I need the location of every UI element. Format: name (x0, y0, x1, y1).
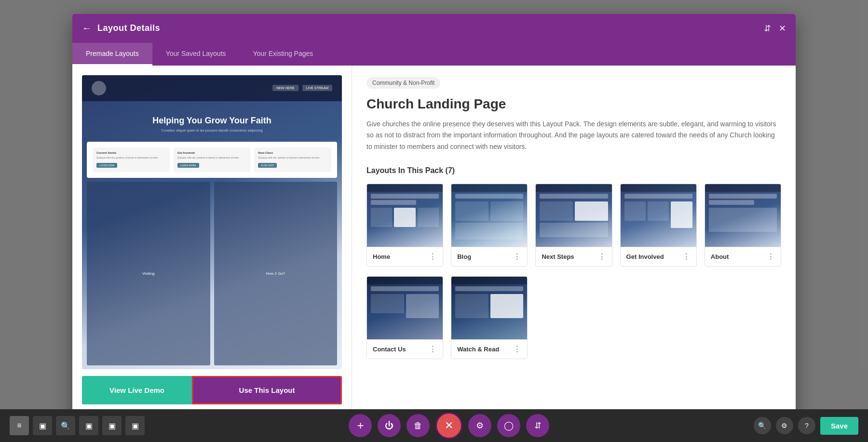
layout-details-modal: ← Layout Details ⇵ ✕ Premade Layouts You… (72, 14, 796, 429)
layout-title: Church Landing Page (366, 96, 781, 112)
layout-card-name-about: About (711, 253, 729, 260)
modal-tabs: Premade Layouts Your Saved Layouts Your … (72, 43, 796, 66)
toolbar-menu-icon[interactable]: ≡ (10, 416, 29, 435)
preview-bottom-section: Visiting How 2 Go? (87, 182, 337, 365)
preview-church-header: NEW HERE LIVE STREAM (82, 75, 342, 101)
preview-card-current-series: Current Series Quisque velit nisi, preti… (93, 147, 170, 172)
layout-card-name-nextsteps: Next Steps (542, 253, 574, 260)
toolbar-desktop-icon[interactable]: ▣ (79, 416, 98, 435)
layout-card-nextsteps[interactable]: Next Steps ⋮ (535, 184, 612, 267)
layout-thumb-watch (451, 277, 527, 339)
layout-card-name-getinvolved: Get Involved (626, 253, 664, 260)
toolbar-search-icon[interactable]: 🔍 (56, 416, 75, 435)
preview-card-next-class: Next Class Quisque velit nisi, pretium u… (254, 147, 331, 172)
layout-thumb-home (367, 184, 443, 247)
view-live-demo-button[interactable]: View Live Demo (82, 376, 192, 404)
layout-card-about[interactable]: About ⋮ (705, 184, 781, 267)
preview-content-section: Current Series Quisque velit nisi, preti… (87, 142, 337, 178)
back-button[interactable]: ← (82, 23, 92, 34)
layout-thumb-blog (451, 184, 527, 247)
toolbar-power-button[interactable]: ⏻ (378, 414, 401, 437)
layout-card-getinvolved[interactable]: Get Involved ⋮ (620, 184, 697, 267)
layouts-grid-row2: Contact Us ⋮ (366, 276, 781, 359)
layout-card-name-home: Home (373, 253, 390, 260)
preview-church-sub: Curabitur aliquet quam id dui posuere bl… (92, 129, 332, 132)
layout-card-menu-getinvolved[interactable]: ⋮ (682, 252, 691, 261)
preview-church-title: Helping You Grow Your Faith (92, 116, 332, 126)
bottom-toolbar: ≡ ▣ 🔍 ▣ ▣ ▣ + ⏻ 🗑 ✕ ⚙ ◯ ⇵ 🔍 ⚙ ? Save (0, 409, 868, 442)
layout-card-name-blog: Blog (457, 253, 471, 260)
toolbar-add-button[interactable]: + (349, 414, 372, 437)
layout-card-footer-blog: Blog ⋮ (451, 247, 527, 266)
modal-overlay: ← Layout Details ⇵ ✕ Premade Layouts You… (0, 0, 868, 442)
layout-card-menu-home[interactable]: ⋮ (429, 252, 437, 261)
content-panel: Community & Non-Profit Church Landing Pa… (352, 66, 796, 429)
tab-existing-pages[interactable]: Your Existing Pages (240, 43, 327, 66)
modal-title: Layout Details (97, 23, 764, 33)
layout-card-menu-nextsteps[interactable]: ⋮ (598, 252, 606, 261)
layout-description: Give churches the online presence they d… (366, 119, 781, 153)
layout-thumb-about (705, 184, 781, 247)
layout-card-menu-watch[interactable]: ⋮ (513, 345, 521, 354)
toolbar-mobile-icon[interactable]: ▣ (125, 416, 145, 435)
toolbar-right: 🔍 ⚙ ? Save (754, 417, 858, 435)
layout-card-footer-about: About ⋮ (705, 247, 781, 266)
layout-card-menu-about[interactable]: ⋮ (767, 252, 775, 261)
toolbar-transfer-button[interactable]: ⇵ (526, 414, 549, 437)
nav-btn-new-here: NEW HERE (272, 85, 298, 91)
layout-card-menu-blog[interactable]: ⋮ (513, 252, 521, 261)
toolbar-settings-button[interactable]: ⚙ (468, 414, 491, 437)
layout-card-blog[interactable]: Blog ⋮ (451, 184, 528, 267)
tab-saved-layouts[interactable]: Your Saved Layouts (152, 43, 240, 66)
layout-card-footer-contactus: Contact Us ⋮ (367, 339, 443, 359)
toolbar-left: ≡ ▣ 🔍 ▣ ▣ ▣ (10, 416, 145, 435)
layout-thumb-getinvolved (621, 184, 696, 247)
preview-actions: View Live Demo Use This Layout (82, 376, 342, 404)
toolbar-gear-icon[interactable]: ⚙ (776, 417, 793, 434)
preview-panel: NEW HERE LIVE STREAM Helping You Grow Yo… (72, 66, 352, 429)
layout-card-contactus[interactable]: Contact Us ⋮ (366, 276, 443, 359)
settings-icon[interactable]: ⇵ (764, 23, 771, 34)
layout-thumb-contactus (367, 277, 443, 339)
save-button[interactable]: Save (820, 417, 858, 435)
toolbar-zoom-icon[interactable]: 🔍 (754, 417, 771, 434)
toolbar-history-button[interactable]: ◯ (497, 414, 520, 437)
layouts-grid: Home ⋮ (366, 184, 781, 267)
nav-btn-live-stream: LIVE STREAM (302, 85, 332, 91)
modal-header-icons: ⇵ ✕ (764, 23, 786, 34)
layout-card-name-watch: Watch & Read (457, 346, 499, 353)
layout-card-watch[interactable]: Watch & Read ⋮ (451, 276, 528, 359)
layout-card-footer-nextsteps: Next Steps ⋮ (536, 247, 611, 266)
layout-card-footer-getinvolved: Get Involved ⋮ (621, 247, 696, 266)
layout-card-footer-watch: Watch & Read ⋮ (451, 339, 527, 359)
toolbar-trash-button[interactable]: 🗑 (407, 414, 430, 437)
toolbar-help-icon[interactable]: ? (798, 417, 815, 434)
toolbar-grid-icon[interactable]: ▣ (33, 416, 52, 435)
modal-header: ← Layout Details ⇵ ✕ (72, 14, 796, 43)
preview-bottom-how2go: How 2 Go? (214, 182, 338, 365)
tab-premade-layouts[interactable]: Premade Layouts (72, 43, 152, 66)
toolbar-tablet-icon[interactable]: ▣ (102, 416, 122, 435)
preview-card-get-involved: Get Involved Quisque velit nisi, pretium… (174, 147, 251, 172)
layout-card-name-contactus: Contact Us (373, 346, 406, 353)
close-icon[interactable]: ✕ (779, 23, 786, 34)
modal-body: NEW HERE LIVE STREAM Helping You Grow Yo… (72, 66, 796, 429)
category-badge: Community & Non-Profit (366, 77, 440, 89)
preview-bottom-visiting: Visiting (87, 182, 210, 365)
use-this-layout-button[interactable]: Use This Layout (192, 376, 342, 404)
layout-card-home[interactable]: Home ⋮ (366, 184, 443, 267)
church-nav: NEW HERE LIVE STREAM (272, 85, 332, 91)
toolbar-center: + ⏻ 🗑 ✕ ⚙ ◯ ⇵ (349, 412, 549, 439)
layouts-pack-title: Layouts In This Pack (7) (366, 166, 781, 175)
layout-thumb-nextsteps (536, 184, 611, 247)
toolbar-close-button[interactable]: ✕ (435, 412, 462, 439)
layout-card-footer-home: Home ⋮ (367, 247, 443, 266)
preview-image: NEW HERE LIVE STREAM Helping You Grow Yo… (82, 75, 342, 369)
church-logo (92, 81, 106, 95)
layout-card-menu-contactus[interactable]: ⋮ (429, 345, 437, 354)
preview-hero: Helping You Grow Your Faith Curabitur al… (82, 101, 342, 142)
